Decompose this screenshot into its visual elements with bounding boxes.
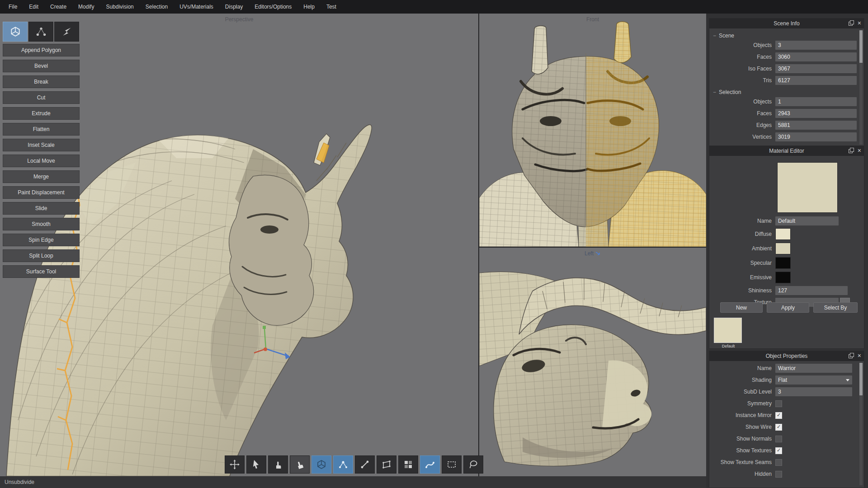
tool-split-loop[interactable]: Split Loop xyxy=(3,249,80,262)
float-panel-icon[interactable] xyxy=(849,148,854,153)
menu-selection[interactable]: Selection xyxy=(140,0,174,14)
left-viewport-label-text: Left xyxy=(585,250,594,257)
face-mode-button[interactable] xyxy=(377,455,396,474)
select-by-material-button[interactable]: Select By xyxy=(813,302,858,313)
selection-group-header[interactable]: − Selection xyxy=(713,89,864,95)
tool-cut[interactable]: Cut xyxy=(3,91,80,104)
symmetry-checkbox[interactable] xyxy=(775,400,782,407)
menu-modify[interactable]: Modify xyxy=(72,0,100,14)
tool-spin-edge[interactable]: Spin Edge xyxy=(3,234,80,246)
ambient-label: Ambient xyxy=(709,245,775,252)
close-icon[interactable]: × xyxy=(858,20,861,26)
tab-polygon-tools[interactable] xyxy=(3,22,28,42)
float-panel-icon[interactable] xyxy=(849,353,854,358)
show-wire-label: Show Wire xyxy=(709,424,775,430)
tool-bevel[interactable]: Bevel xyxy=(3,60,80,72)
vertex-mode-button[interactable] xyxy=(333,455,353,474)
tool-extrude[interactable]: Extrude xyxy=(3,107,80,120)
sel-faces-label: Faces xyxy=(709,110,775,117)
element-mode-button[interactable] xyxy=(398,455,418,474)
emissive-color-swatch[interactable] xyxy=(775,272,791,283)
object-mode-button[interactable] xyxy=(311,455,331,474)
tab-edge-tools[interactable] xyxy=(54,22,79,42)
menu-display[interactable]: Display xyxy=(219,0,249,14)
scrollbar-thumb[interactable] xyxy=(859,30,863,63)
menu-test[interactable]: Test xyxy=(321,0,342,14)
object-properties-title-bar[interactable]: Object Properties × xyxy=(709,351,864,361)
scene-group-header[interactable]: − Scene xyxy=(713,33,864,39)
menu-bar: File Edit Create Modify Subdivision Sele… xyxy=(0,0,868,14)
menu-help[interactable]: Help xyxy=(297,0,321,14)
shininess-field[interactable]: 127 xyxy=(775,286,848,295)
left-viewport[interactable]: Left xyxy=(479,248,706,476)
face-mode-icon xyxy=(381,459,392,470)
material-name-field[interactable]: Default xyxy=(775,216,839,225)
menu-editors-options[interactable]: Editors/Options xyxy=(249,0,297,14)
scene-info-scrollbar[interactable] xyxy=(859,30,863,145)
show-normals-checkbox[interactable] xyxy=(775,436,782,442)
show-wire-checkbox[interactable] xyxy=(775,424,782,431)
tool-flatten[interactable]: Flatten xyxy=(3,123,80,136)
menu-uvs-materials[interactable]: UVs/Materials xyxy=(174,0,219,14)
close-icon[interactable]: × xyxy=(858,353,861,358)
shading-dropdown[interactable]: Flat xyxy=(775,375,852,385)
mode-toolbar xyxy=(225,455,483,474)
transform-tool-button[interactable] xyxy=(225,455,245,474)
tool-inset-scale[interactable]: Inset Scale xyxy=(3,139,80,151)
menu-file[interactable]: File xyxy=(3,0,23,14)
close-icon[interactable]: × xyxy=(858,148,861,153)
sel-objects-label: Objects xyxy=(709,99,775,105)
material-list-item[interactable] xyxy=(714,318,742,343)
tool-panel-tabs xyxy=(3,22,80,42)
material-preview-swatch[interactable] xyxy=(777,162,838,213)
specular-color-swatch[interactable] xyxy=(775,257,791,269)
shading-label: Shading xyxy=(709,377,775,383)
vertex-mode-icon xyxy=(338,459,349,470)
material-editor-title-bar[interactable]: Material Editor × xyxy=(709,146,864,156)
front-model-canvas xyxy=(479,14,706,247)
front-viewport[interactable]: Front xyxy=(479,14,706,247)
edge-mode-button[interactable] xyxy=(355,455,375,474)
show-texture-seams-checkbox[interactable] xyxy=(775,459,782,466)
element-mode-icon xyxy=(403,459,414,470)
menu-subdivision[interactable]: Subdivision xyxy=(100,0,139,14)
tool-smooth[interactable]: Smooth xyxy=(3,218,80,230)
scene-info-title-bar[interactable]: Scene Info × xyxy=(709,19,864,28)
diffuse-color-swatch[interactable] xyxy=(775,228,791,240)
tool-break[interactable]: Break xyxy=(3,75,80,88)
menu-create[interactable]: Create xyxy=(44,0,72,14)
grab-tool-button[interactable] xyxy=(268,455,288,474)
instance-mirror-checkbox[interactable] xyxy=(775,412,782,419)
subd-level-field[interactable]: 3 xyxy=(775,387,852,396)
ambient-color-swatch[interactable] xyxy=(775,243,791,254)
tris-label: Tris xyxy=(709,77,775,84)
material-editor-title: Material Editor xyxy=(769,148,804,154)
front-viewport-label: Front xyxy=(586,16,599,23)
scrollbar-thumb[interactable] xyxy=(859,363,863,395)
apply-material-button[interactable]: Apply xyxy=(767,302,809,313)
object-mode-cube-icon xyxy=(316,459,327,470)
show-textures-checkbox[interactable] xyxy=(775,447,782,454)
tool-paint-displacement[interactable]: Paint Displacement xyxy=(3,186,80,199)
select-tool-button[interactable] xyxy=(246,455,266,474)
push-tool-button[interactable] xyxy=(290,455,310,474)
show-texture-seams-label: Show Texture Seams xyxy=(709,459,775,465)
hidden-checkbox[interactable] xyxy=(775,471,782,478)
material-editor-panel: Material Editor × NameDefault Diffuse Am… xyxy=(709,145,864,349)
object-properties-scrollbar[interactable] xyxy=(859,363,863,485)
tool-append-polygon[interactable]: Append Polygon xyxy=(3,44,80,56)
tool-slide[interactable]: Slide xyxy=(3,202,80,215)
tool-local-move[interactable]: Local Move xyxy=(3,155,80,167)
tool-merge[interactable]: Merge xyxy=(3,170,80,183)
new-material-button[interactable]: New xyxy=(720,302,763,313)
menu-edit[interactable]: Edit xyxy=(23,0,44,14)
tab-vertex-tools[interactable] xyxy=(28,22,53,42)
object-name-field[interactable]: Warrior xyxy=(775,364,852,373)
sel-vertices-value: 3019 xyxy=(775,132,857,141)
edge-mode-icon xyxy=(359,459,370,470)
lasso-select-button[interactable] xyxy=(463,455,483,474)
float-panel-icon[interactable] xyxy=(849,20,854,26)
tool-surface-tool[interactable]: Surface Tool xyxy=(3,265,80,278)
marquee-select-button[interactable] xyxy=(442,455,462,474)
spline-tool-button[interactable] xyxy=(420,455,440,474)
